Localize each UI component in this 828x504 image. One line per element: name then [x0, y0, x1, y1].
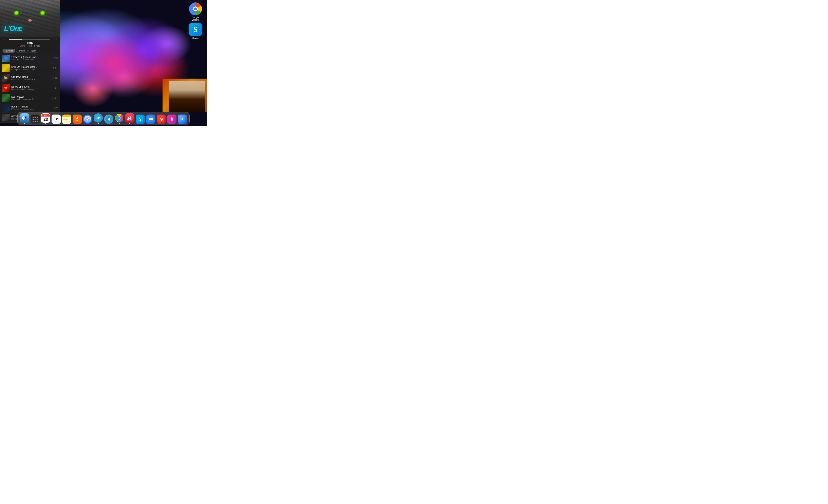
progress-row: 1:01 -2:07 — [2, 38, 57, 41]
zoom-icon — [146, 114, 156, 124]
tab-queue[interactable]: На черзі — [2, 49, 15, 53]
queue-song-title-3: Old Town Road — [11, 76, 52, 78]
progress-bar-track[interactable] — [9, 39, 50, 40]
queue-duration-6: 4:09 — [53, 106, 57, 109]
queue-item-5[interactable]: Без повода Сява — Без повода - Sin... 3:… — [0, 93, 59, 103]
dock-item-telegram2[interactable] — [104, 114, 113, 124]
dock-item-reminders[interactable] — [51, 114, 61, 124]
svg-text:A: A — [181, 118, 183, 121]
dock-item-music[interactable] — [125, 113, 134, 124]
queue-song-meta-5: Сява — Без повода - Sin... — [11, 98, 52, 100]
player-controls: 1:01 -2:07 Тигр L'One — Тигр - Single На… — [0, 37, 59, 55]
svg-rect-39 — [149, 118, 152, 120]
tabs-row: На черзі Історія Текст — [2, 49, 57, 53]
svg-point-7 — [37, 117, 38, 118]
svg-point-12 — [35, 121, 36, 122]
finder-icon — [20, 113, 29, 123]
svg-point-3 — [23, 117, 24, 118]
svg-point-4 — [25, 117, 26, 118]
dock-item-zoom[interactable] — [146, 114, 156, 124]
artist-logo: L'ONE — [4, 24, 22, 33]
music-icon — [125, 113, 134, 123]
dock-item-skype[interactable]: S — [136, 114, 145, 124]
dock-item-calendar[interactable]: KBLT 23 — [41, 113, 50, 124]
dock-item-telegram[interactable] — [94, 113, 103, 124]
notes-icon — [62, 114, 71, 124]
dock-item-notes[interactable] — [62, 114, 71, 124]
track-title: Тигр — [2, 41, 57, 44]
dock-item-launchpad[interactable] — [31, 114, 40, 124]
time-elapsed: 1:01 — [2, 38, 8, 41]
thumb-shut-up — [2, 64, 10, 72]
svg-point-13 — [37, 121, 38, 122]
queue-song-title-6: Всё или ничего — [11, 105, 52, 108]
queue-duration-4: 4:07 — [53, 87, 57, 89]
dock-item-contacts[interactable] — [73, 114, 82, 124]
queue-song-meta-4: Bon Jovi — Lost Highway... — [11, 88, 52, 91]
launchpad-icon — [31, 114, 40, 124]
dock-item-finder[interactable] — [20, 113, 29, 124]
telegram2-icon — [104, 114, 113, 124]
skype-label: Skype — [193, 37, 199, 39]
queue-song-meta-3: Lil Nas X — Old Town Roa... — [11, 78, 52, 81]
queue-info-1: 1985 Pt. 2 (Black Flow... Shahmen — Cali… — [11, 56, 52, 61]
safari-icon — [83, 114, 92, 124]
queue-info-3: Old Town Road Lil Nas X — Old Town Roa..… — [11, 76, 52, 81]
thumb-vsyo-ili — [2, 104, 10, 111]
tab-lyrics[interactable]: Текст — [29, 49, 39, 53]
svg-point-6 — [35, 117, 36, 118]
svg-rect-18 — [56, 118, 58, 119]
queue-item-4[interactable]: BONJOVI It's My Life (Live) Bon Jovi — L… — [0, 83, 59, 93]
svg-point-11 — [33, 121, 34, 122]
dock-item-cleanmymac[interactable] — [167, 114, 176, 124]
telegram-icon — [94, 113, 103, 123]
queue-duration-1: 2:15 — [53, 57, 57, 59]
queue-duration-2: 2:31 — [53, 67, 57, 69]
svg-rect-19 — [56, 120, 57, 120]
queue-item-6[interactable]: Всё или ничего L'One — Одинокая всел... … — [0, 103, 59, 113]
queue-item-2[interactable]: Shut Up Chicken (Rad... El Capon — Shut … — [0, 63, 59, 73]
svg-point-5 — [33, 117, 34, 118]
dock-item-screenium[interactable] — [157, 114, 166, 124]
queue-info-5: Без повода Сява — Без повода - Sin... — [11, 95, 52, 100]
queue-item-1[interactable]: 1985 Pt. 2 (Black Flow... Shahmen — Cali… — [0, 53, 59, 63]
reminders-icon — [51, 114, 61, 124]
webcam-person — [169, 81, 205, 112]
svg-rect-35 — [127, 115, 133, 121]
calendar-icon: KBLT 23 — [41, 113, 50, 123]
dock-item-chrome[interactable] — [115, 113, 124, 124]
thumb-patatatata — [2, 114, 10, 122]
queue-info-4: It's My Life (Live) Bon Jovi — Lost High… — [11, 85, 52, 91]
thumb-1985 — [2, 54, 10, 62]
dock-item-safari[interactable] — [83, 114, 92, 124]
thumb-bez-povoda — [2, 94, 10, 102]
queue-song-meta-2: El Capon — Shut Up Chic... — [11, 68, 52, 71]
progress-bar-fill — [9, 39, 22, 40]
svg-point-34 — [118, 117, 121, 120]
queue-duration-5: 3:03 — [53, 97, 57, 99]
cleanup-icon — [167, 114, 176, 124]
telegram-dot — [98, 123, 99, 124]
dock: KBLT 23 — [17, 112, 190, 125]
skype-desktop-icon-container[interactable]: S Skype — [187, 22, 204, 40]
queue-song-title-4: It's My Life (Live) — [11, 85, 52, 88]
music-dot — [129, 123, 130, 124]
svg-point-9 — [35, 119, 36, 120]
chrome-dot — [119, 123, 120, 124]
contacts-icon — [73, 114, 82, 124]
rec-icon — [157, 114, 166, 124]
queue-song-meta-1: Shahmen — California Is... — [11, 58, 52, 61]
queue-item-3[interactable]: 🐎 Old Town Road Lil Nas X — Old Town Roa… — [0, 73, 59, 83]
track-meta: L'One — Тигр - Single — [2, 45, 57, 47]
tab-history[interactable]: Історія — [16, 49, 28, 53]
google-chrome-desktop-icon[interactable]: Google Chrome — [187, 2, 204, 22]
queue-song-title-2: Shut Up Chicken (Rad... — [11, 66, 52, 68]
svg-point-10 — [37, 119, 38, 120]
appstore-icon: A — [178, 114, 187, 124]
dock-item-appstore[interactable]: A — [178, 114, 187, 124]
queue-duration-3: 1:53 — [53, 77, 57, 79]
calendar-dot — [45, 123, 46, 124]
svg-point-45 — [171, 120, 173, 121]
queue-song-meta-6: L'One — Одинокая всел... — [11, 108, 52, 110]
queue-info-2: Shut Up Chicken (Rad... El Capon — Shut … — [11, 66, 52, 71]
